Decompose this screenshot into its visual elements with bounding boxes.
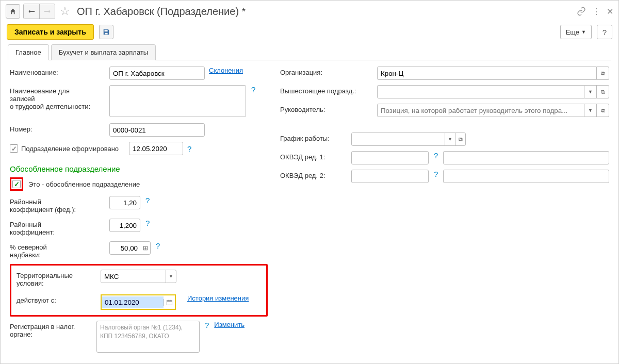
save-close-button[interactable]: Записать и закрыть — [7, 24, 94, 40]
is-separate-label: Это - обособленное подразделение — [28, 180, 140, 188]
coef-fed-label: Районный коэффициент (фед.): — [10, 196, 105, 213]
schedule-label: График работы: — [280, 133, 347, 142]
terr-label: Территориальные условия: — [17, 270, 96, 287]
back-button[interactable]: 🠔 — [24, 4, 39, 19]
formed-label: Подразделение сформировано — [21, 145, 119, 153]
favorite-star-icon[interactable]: ☆ — [58, 5, 72, 18]
help-icon[interactable]: ? — [433, 170, 439, 178]
name-label: Наименование: — [10, 67, 105, 76]
terr-combo[interactable]: ▼ — [101, 270, 176, 283]
svg-rect-0 — [167, 300, 172, 305]
tax-reg-label: Регистрация в налог. органе: — [10, 321, 92, 338]
link-icon[interactable] — [577, 7, 586, 16]
highlight-is-separate — [10, 177, 23, 191]
schedule-combo[interactable]: ▼ ⧉ — [351, 133, 466, 146]
okved1-name-input[interactable] — [443, 151, 609, 164]
valid-from-input[interactable] — [102, 296, 164, 308]
help-icon[interactable]: ? — [433, 151, 439, 160]
okved2-name-input[interactable] — [443, 170, 609, 183]
more-button[interactable]: Еще ▼ — [560, 25, 592, 39]
chevron-down-icon[interactable]: ▼ — [584, 85, 597, 98]
formed-date-input[interactable] — [129, 142, 183, 155]
chevron-down-icon[interactable]: ▼ — [584, 104, 597, 117]
terr-input[interactable] — [101, 270, 166, 283]
help-button[interactable]: ? — [597, 25, 612, 39]
coef-input[interactable] — [109, 219, 140, 232]
open-ext-icon[interactable]: ⧉ — [455, 133, 465, 145]
section-separate: Обособленное подразделение — [10, 164, 268, 173]
change-link[interactable]: Изменить — [214, 321, 245, 328]
parent-label: Вышестоящее подразд.: — [280, 85, 373, 95]
org-label: Организация: — [280, 67, 373, 76]
manager-input[interactable] — [377, 104, 584, 117]
coef-label: Районный коэффициент: — [10, 219, 105, 236]
help-icon[interactable]: ? — [250, 85, 256, 94]
okved1-label: ОКВЭД ред. 1: — [280, 151, 347, 161]
tab-main[interactable]: Главное — [8, 44, 49, 60]
coef-fed-input[interactable] — [109, 196, 140, 209]
valid-from-label: действуют с: — [17, 294, 96, 304]
calculator-icon[interactable]: ⊞ — [143, 244, 148, 252]
home-button[interactable] — [6, 4, 20, 19]
name-labor-label: Наименование для записей о трудовой деят… — [10, 85, 105, 110]
highlight-territorial: Территориальные условия: ▼ действуют с: — [10, 264, 268, 317]
is-separate-checkbox[interactable] — [12, 180, 21, 188]
forward-button: 🠖 — [39, 4, 55, 19]
number-input[interactable] — [109, 123, 205, 137]
highlight-valid-from — [101, 294, 176, 310]
tab-accounting[interactable]: Бухучет и выплата зарплаты — [51, 44, 156, 60]
okved1-code-input[interactable] — [351, 151, 429, 164]
org-input[interactable] — [377, 67, 597, 80]
name-labor-input[interactable] — [109, 85, 246, 117]
help-icon[interactable]: ? — [155, 241, 161, 250]
kebab-menu-icon[interactable]: ⋮ — [592, 7, 600, 16]
open-ext-icon[interactable]: ⧉ — [597, 85, 609, 98]
help-icon[interactable]: ? — [144, 196, 151, 205]
open-ext-icon[interactable]: ⧉ — [597, 67, 609, 80]
chevron-down-icon[interactable]: ▼ — [166, 270, 176, 283]
save-button[interactable] — [99, 25, 113, 39]
north-label: % северной надбавки: — [10, 241, 105, 259]
schedule-input[interactable] — [352, 133, 445, 145]
tax-reg-value: Налоговый орган №1 (1234), КПП 123456789… — [96, 321, 200, 353]
manager-label: Руководитель: — [280, 104, 373, 113]
window-title: ОП г. Хабаровск (Подразделение) * — [77, 6, 246, 18]
help-icon[interactable]: ? — [186, 144, 192, 153]
okved2-label: ОКВЭД ред. 2: — [280, 170, 347, 179]
okved2-code-input[interactable] — [351, 170, 429, 183]
name-input[interactable] — [109, 67, 205, 80]
number-label: Номер: — [10, 123, 105, 133]
chevron-down-icon[interactable]: ▼ — [445, 133, 455, 145]
help-icon[interactable]: ? — [204, 321, 210, 329]
chevron-down-icon: ▼ — [581, 29, 586, 35]
history-link[interactable]: История изменения — [187, 294, 249, 302]
nav-back-forward: 🠔 🠖 — [23, 4, 55, 19]
declensions-link[interactable]: Склонения — [209, 67, 243, 74]
close-icon[interactable]: ✕ — [607, 7, 613, 16]
parent-input[interactable] — [377, 85, 584, 98]
calendar-icon[interactable] — [164, 299, 175, 306]
open-ext-icon[interactable]: ⧉ — [597, 104, 609, 117]
help-icon[interactable]: ? — [144, 219, 151, 227]
formed-checkbox[interactable] — [10, 144, 18, 153]
